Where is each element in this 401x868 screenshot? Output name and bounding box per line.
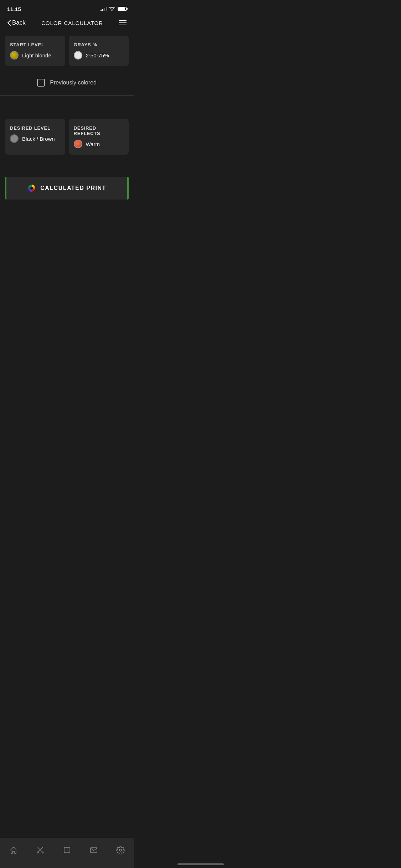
start-level-label: START LEVEL <box>10 42 60 47</box>
calculated-print-label: CALCULATED PRINT <box>40 185 106 191</box>
previously-colored-row[interactable]: Previously colored <box>0 72 134 95</box>
menu-line-2 <box>119 22 127 23</box>
back-chevron-icon <box>7 20 11 26</box>
color-wheel-icon <box>27 184 36 192</box>
menu-button[interactable] <box>119 20 127 25</box>
desired-reflects-value-row: Warm <box>74 140 124 148</box>
status-bar: 11.15 <box>0 0 134 16</box>
back-label: Back <box>12 19 26 26</box>
svg-point-0 <box>30 187 33 190</box>
bottom-gap <box>0 160 134 171</box>
battery-icon <box>118 7 127 11</box>
start-level-card[interactable]: START LEVEL Light blonde <box>5 36 65 66</box>
previously-colored-label: Previously colored <box>50 79 97 86</box>
desired-level-label: DESIRED LEVEL <box>10 125 60 131</box>
page-title: COLOR CALCULATOR <box>41 20 103 26</box>
status-time: 11.15 <box>7 6 21 12</box>
start-level-dot <box>10 51 19 60</box>
desired-level-value-row: Black / Brown <box>10 134 60 143</box>
grays-value-row: 2-50-75% <box>74 51 124 60</box>
start-level-value-row: Light blonde <box>10 51 60 60</box>
calc-button-wrapper: CALCULATED PRINT <box>0 171 134 205</box>
section-gap <box>0 95 134 113</box>
desired-level-value: Black / Brown <box>22 136 55 142</box>
grays-value: 2-50-75% <box>86 52 109 58</box>
wifi-icon <box>109 7 115 11</box>
desired-level-card[interactable]: DESIRED LEVEL Black / Brown <box>5 119 65 155</box>
menu-line-1 <box>119 20 127 21</box>
start-level-value: Light blonde <box>22 52 51 58</box>
calculated-print-button[interactable]: CALCULATED PRINT <box>5 177 129 200</box>
previously-colored-checkbox[interactable] <box>37 79 45 87</box>
nav-bar: Back COLOR CALCULATOR <box>0 16 134 30</box>
grays-card[interactable]: GRAYS % 2-50-75% <box>69 36 129 66</box>
desired-reflects-label: DESIRED REFLECTS <box>74 125 124 136</box>
desired-level-dot <box>10 134 19 143</box>
menu-line-3 <box>119 25 127 25</box>
start-section: START LEVEL Light blonde GRAYS % 2-50-75… <box>0 30 134 72</box>
desired-section: DESIRED LEVEL Black / Brown DESIRED REFL… <box>0 113 134 160</box>
tab-bar-spacer <box>0 205 134 248</box>
grays-dot <box>74 51 82 60</box>
back-button[interactable]: Back <box>7 19 26 26</box>
status-icons <box>101 7 127 11</box>
grays-label: GRAYS % <box>74 42 124 47</box>
desired-reflects-dot <box>74 140 82 148</box>
desired-reflects-value: Warm <box>86 141 100 147</box>
desired-reflects-card[interactable]: DESIRED REFLECTS Warm <box>69 119 129 155</box>
signal-icon <box>101 7 107 11</box>
